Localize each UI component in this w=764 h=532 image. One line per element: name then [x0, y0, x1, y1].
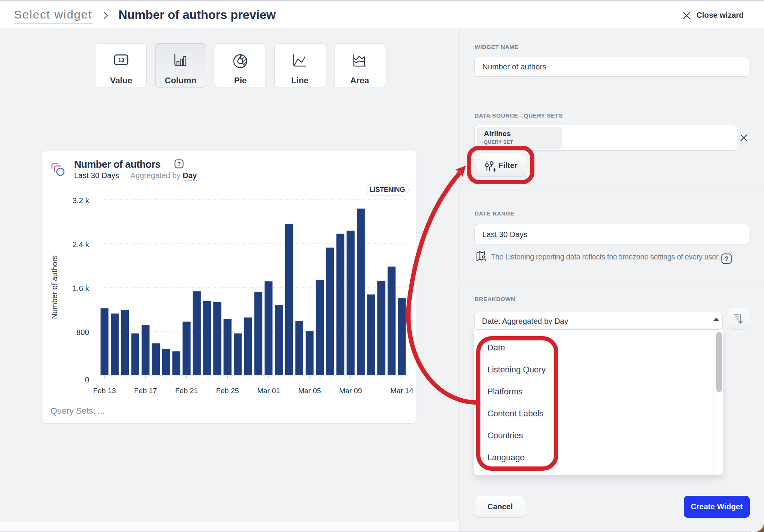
svg-text:Mar 09: Mar 09 [339, 387, 362, 395]
svg-text:800: 800 [76, 328, 89, 337]
svg-text:Mar 01: Mar 01 [257, 387, 280, 395]
svg-text:Feb 21: Feb 21 [175, 387, 198, 395]
svg-text:0: 0 [85, 375, 89, 384]
svg-text:?: ? [725, 256, 729, 262]
svg-text:Number of authors: Number of authors [50, 255, 59, 319]
svg-text:3.2 k: 3.2 k [73, 196, 90, 205]
svg-text:1.6 k: 1.6 k [73, 284, 90, 293]
svg-text:Feb 17: Feb 17 [134, 387, 157, 395]
svg-text:13: 13 [118, 57, 124, 63]
svg-text:2.4 k: 2.4 k [73, 240, 90, 249]
svg-text:Mar 05: Mar 05 [298, 387, 321, 395]
svg-text:Feb 13: Feb 13 [93, 387, 116, 395]
svg-text:Mar 14: Mar 14 [390, 387, 414, 395]
svg-text:Feb 25: Feb 25 [216, 387, 239, 395]
